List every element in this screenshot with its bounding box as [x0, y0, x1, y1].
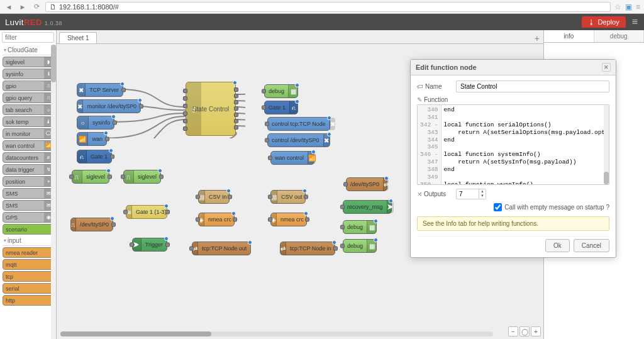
code-editor[interactable]: 340341342 -343344345346 -347348349350 -3… — [417, 104, 609, 185]
forward-icon[interactable]: ► — [18, 2, 28, 12]
node-monitor[interactable]: ✖monitor /dev/ttySP0 — [77, 99, 141, 113]
palette-node[interactable]: SMS✉ — [3, 188, 53, 199]
palette-node[interactable]: data trigger↯ — [3, 164, 53, 175]
palette-node[interactable]: GPS◉ — [3, 212, 53, 223]
palette-scrollbar[interactable] — [51, 45, 56, 339]
node-tcp-in[interactable]: ⇄tcp:TCP Node in — [280, 242, 335, 255]
node-debug[interactable]: debug▦ — [343, 239, 377, 253]
palette-node[interactable]: datacounters# — [3, 152, 53, 163]
node-siglevel[interactable]: ⎍siglevel — [123, 170, 161, 184]
node-dev-tty[interactable]: /dev/ttySP0⇄ — [346, 177, 387, 191]
node-csv-out[interactable]: ▤CSV out — [270, 190, 306, 204]
spinner-down[interactable]: ▼ — [479, 194, 486, 198]
deploy-button[interactable]: ⭳Deploy — [582, 16, 625, 28]
camera-icon[interactable]: ▣ — [625, 3, 632, 11]
palette-node[interactable]: tab search⌕ — [3, 104, 53, 115]
info-hint: See the Info tab for help writing functi… — [417, 216, 609, 231]
node-control-tcp[interactable]: control tcp:TCP Node✖ — [267, 117, 330, 131]
code-content[interactable]: end local function serialOptions() retur… — [441, 105, 609, 184]
palette-node[interactable]: siglevel◗ — [3, 57, 53, 67]
wifi-icon: 📶 — [77, 133, 88, 145]
palette-category[interactable]: ▾CloudGate — [3, 45, 53, 55]
menu-icon[interactable]: ≡ — [636, 3, 640, 11]
spinner-up[interactable]: ▲ — [479, 189, 486, 194]
zoom-reset-button[interactable]: ◯ — [519, 326, 530, 336]
info-icon: ○ — [77, 116, 89, 129]
palette-filter[interactable] — [2, 32, 54, 43]
canvas-hscroll[interactable] — [60, 331, 493, 336]
function-label: ✎Function — [417, 96, 452, 103]
outputs-label: ⤨Outputs — [417, 191, 452, 197]
palette-node[interactable]: SMS✉ — [3, 200, 53, 211]
star-icon[interactable]: ☆ — [614, 3, 621, 11]
node-tcp-server[interactable]: ✖TCP Server — [77, 83, 123, 97]
node-tcp-out[interactable]: ⇄tcp:TCP Node out — [192, 242, 251, 255]
node-gate-1-3[interactable]: ≋Gate 1 (1-3) — [126, 205, 167, 219]
pulse-icon: ⎍ — [124, 170, 134, 183]
node-sysinfo[interactable]: ○sysinfo — [77, 116, 114, 130]
wrench-icon: ✖ — [77, 100, 83, 113]
startup-checkbox[interactable] — [494, 203, 502, 211]
net-icon: ⇄ — [280, 242, 286, 255]
node-debug[interactable]: debug▦ — [343, 220, 377, 234]
node-wan[interactable]: 📶wan — [77, 132, 107, 146]
palette-category[interactable]: ▾input — [3, 236, 53, 246]
edit-function-dialog: Edit function node ✕ 🏷Name ✎Function 340… — [410, 59, 616, 258]
url-bar[interactable]: 🗋 192.168.1.1:8080/# — [45, 2, 611, 12]
zoom-out-button[interactable]: − — [508, 326, 518, 336]
pulse-icon: ⎍ — [72, 170, 82, 183]
collapse-icon: ▾ — [4, 238, 6, 243]
function-icon: ⨍ — [186, 82, 201, 135]
tab-info[interactable]: info — [544, 30, 594, 42]
palette-node[interactable]: sok temp🌡 — [3, 116, 53, 127]
node-state-control[interactable]: ⨍ State Control — [186, 82, 236, 136]
palette-node[interactable]: serial — [3, 283, 53, 294]
node-trigger[interactable]: ⮞Trigger — [132, 238, 167, 252]
zoom-controls: − ◯ + — [508, 326, 541, 336]
palette-node-scenario[interactable]: scenario — [3, 224, 53, 235]
name-label: 🏷Name — [417, 83, 452, 90]
node-nmea-crc[interactable]: ◈nmea crc — [198, 213, 235, 226]
palette-node[interactable]: mqtt — [3, 259, 53, 270]
palette-node[interactable]: sysinfoℹ — [3, 69, 53, 79]
palette-node[interactable]: gpio query⎍ — [3, 92, 53, 103]
url-text: 192.168.1.1:8080/# — [59, 3, 119, 11]
node-recovery[interactable]: recovery_msg⮞ — [343, 200, 392, 214]
node-dev-tty[interactable]: ⎍/dev/ttySP0 — [70, 218, 113, 231]
dialog-title-bar[interactable]: Edit function node ✕ — [411, 60, 616, 75]
node-gate1[interactable]: ⎌Gate 1 — [77, 150, 112, 164]
palette-node[interactable]: nmea reader — [3, 247, 53, 258]
add-tab-button[interactable]: + — [535, 33, 540, 43]
node-debug[interactable]: debug▦ — [264, 84, 298, 98]
outputs-spinner[interactable]: 7 ▲▼ — [456, 189, 486, 199]
code-gutter: 340341342 -343344345346 -347348349350 -3… — [418, 105, 441, 184]
palette-node[interactable]: http — [3, 295, 53, 306]
wrench-icon: ✎ — [417, 96, 422, 103]
node-wan-control[interactable]: wan control📶 — [270, 151, 314, 165]
startup-label: Call with empty message on startup ? — [504, 204, 609, 211]
back-icon[interactable]: ◄ — [4, 2, 14, 12]
palette-node[interactable]: gpio⎍ — [3, 81, 53, 91]
node-siglevel[interactable]: ⎍siglevel — [72, 170, 109, 184]
palette-node[interactable]: tcp — [3, 271, 53, 282]
close-icon[interactable]: ✕ — [602, 63, 611, 72]
tab-debug[interactable]: debug — [594, 30, 645, 42]
app-header: LuvitRED 1.0.38 ⭳Deploy ≡ — [0, 14, 644, 30]
hamburger-icon[interactable]: ≡ — [631, 16, 639, 28]
name-input[interactable] — [456, 81, 609, 92]
ok-button[interactable]: Ok — [545, 239, 570, 252]
palette-node[interactable]: in monitor🖵 — [3, 128, 53, 139]
palette-node[interactable]: position⌖ — [3, 176, 53, 187]
zoom-in-button[interactable]: + — [531, 326, 541, 336]
node-gate1[interactable]: Gate 1⎌ — [264, 101, 298, 114]
workspace-tab[interactable]: Sheet 1 — [59, 32, 97, 43]
palette-node[interactable]: wan control📶 — [3, 140, 53, 151]
trigger-icon: ⮞ — [133, 238, 142, 251]
node-control-dev[interactable]: control /dev/ttySP0✖ — [267, 133, 330, 147]
node-csv-in[interactable]: ▤CSV In — [198, 190, 230, 204]
node-nmea-crc[interactable]: ◈nmea crc — [270, 213, 307, 226]
cancel-button[interactable]: Cancel — [574, 239, 609, 252]
code-scrollbar[interactable] — [604, 105, 609, 184]
shuffle-icon: ⤨ — [417, 191, 422, 197]
reload-icon[interactable]: ⟳ — [31, 2, 42, 12]
